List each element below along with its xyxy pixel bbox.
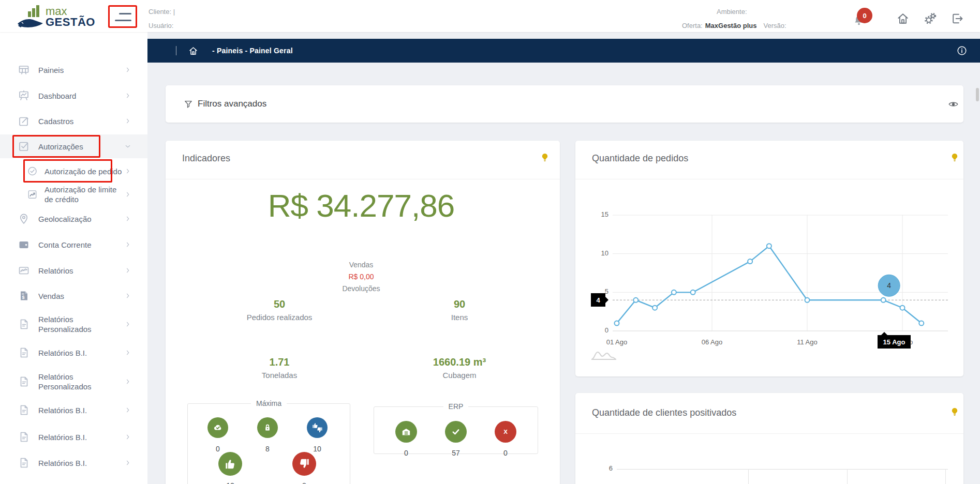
- sidebar-item-relatorios[interactable]: Relatórios: [0, 259, 147, 282]
- sidebar-item-label: Dashboard: [38, 91, 76, 101]
- series-line: [617, 246, 922, 323]
- data-point[interactable]: [805, 298, 810, 303]
- tooltip-value: 4: [887, 281, 891, 290]
- y-tick-label: 6: [586, 464, 613, 472]
- data-point[interactable]: [615, 321, 619, 326]
- gridline: [847, 469, 848, 484]
- info-icon[interactable]: [956, 45, 968, 56]
- thumbs-updown-icon[interactable]: [307, 417, 328, 438]
- sidebar-item-label: Conta Corrente: [38, 240, 92, 250]
- sidebar-item-relatorios-personalizados[interactable]: Relatórios Personalizados: [0, 370, 147, 394]
- data-point[interactable]: [652, 306, 657, 310]
- oferta-value: MaxGestão plus: [705, 22, 757, 29]
- total-sales-value: R$ 34.277,86: [185, 187, 537, 224]
- panel-title: Quantidade de clientes positivados: [592, 407, 736, 418]
- sidebar-item-relatorios-bi[interactable]: Relatórios B.I.: [0, 425, 147, 449]
- sidebar-item-geolocalizacao[interactable]: Geolocalização: [0, 207, 147, 231]
- notification-badge[interactable]: 0: [857, 8, 872, 23]
- sidebar-item-relatorios-bi[interactable]: Relatórios B.I.: [0, 398, 147, 422]
- x-mark-icon[interactable]: X: [495, 421, 516, 443]
- sidebar-item-relatorios-bi[interactable]: Relatórios B.I.: [0, 451, 147, 475]
- chevron-right-icon: [124, 191, 131, 198]
- devolucoes-label: Devoluções: [185, 284, 537, 293]
- breadcrumb-divider: [176, 46, 176, 55]
- sidebar-item-label: Geolocalização: [38, 214, 92, 224]
- ambiente-label: Ambiente:: [717, 8, 747, 16]
- thumb-up-icon[interactable]: [218, 452, 242, 476]
- hamburger-menu-icon[interactable]: [110, 7, 136, 26]
- data-point[interactable]: [633, 298, 638, 303]
- maxima-legend: Máxima: [251, 399, 287, 407]
- oferta-label: Oferta:: [682, 22, 703, 29]
- document-icon: [18, 431, 30, 443]
- sidebar-item-paineis[interactable]: Paineis: [0, 58, 147, 82]
- x-tick-label: 06 Ago: [691, 338, 733, 346]
- erp-group: ERP 0 57 X 0: [374, 402, 538, 454]
- warehouse-icon[interactable]: [395, 421, 417, 443]
- app-root: max GESTÃO Cliente: | Usuário: Ambiente:…: [0, 0, 980, 484]
- map-pin-icon: [18, 213, 30, 225]
- checkbox-icon: [18, 140, 30, 153]
- sidebar-item-cadastros[interactable]: Cadastros: [0, 109, 147, 133]
- logout-icon[interactable]: [950, 11, 964, 26]
- sidebar-item-relatorios-bi[interactable]: Relatórios B.I.: [0, 341, 147, 365]
- sidebar-item-autorizacao-limite-credito[interactable]: Autorização de limite de crédito: [0, 183, 147, 206]
- home-icon[interactable]: [896, 11, 910, 26]
- count-label: 0: [216, 445, 220, 453]
- sidebar-item-label: Relatórios Personalizados: [38, 372, 117, 391]
- data-point[interactable]: [672, 290, 676, 295]
- lock-icon[interactable]: [257, 417, 278, 438]
- sidebar-item-vendas[interactable]: $ Vendas: [0, 284, 147, 308]
- sidebar-item-label: Relatórios Personalizados: [38, 314, 117, 334]
- data-point[interactable]: [919, 321, 924, 326]
- sidebar-nav: Paineis Dashboard Cadastros Autorizações…: [0, 32, 147, 484]
- sidebar-item-label: Autorização de pedido: [44, 167, 122, 176]
- check-circle-icon: [27, 166, 38, 177]
- eye-icon[interactable]: [948, 99, 959, 110]
- stat-label: Toneladas: [217, 371, 341, 380]
- thumb-down-icon[interactable]: [292, 452, 316, 476]
- y-axis-tooltip: 4: [591, 293, 605, 307]
- filters-panel[interactable]: Filtros avançados: [166, 85, 963, 123]
- chevron-right-icon: [124, 349, 131, 356]
- sidebar-item-conta-corrente[interactable]: Conta Corrente: [0, 233, 147, 256]
- chevron-right-icon: [124, 92, 131, 99]
- sidebar-item-label: Relatórios B.I.: [38, 432, 87, 442]
- svg-text:$: $: [22, 295, 24, 300]
- chevron-right-icon: [124, 321, 131, 328]
- wallet-icon: [18, 238, 30, 251]
- vendas-label: Vendas: [185, 261, 537, 269]
- data-point[interactable]: [767, 244, 771, 248]
- stat-value: 50: [217, 298, 341, 310]
- document-icon: [18, 375, 30, 388]
- cliente-label: Cliente: |: [149, 8, 175, 16]
- sidebar-item-autorizacoes[interactable]: Autorizações: [0, 134, 147, 158]
- data-point[interactable]: [881, 298, 886, 303]
- stat-value: 1.71: [217, 356, 341, 368]
- check-icon[interactable]: [445, 421, 467, 443]
- document-icon: [18, 346, 30, 359]
- lightbulb-icon[interactable]: [539, 152, 551, 163]
- report-chart-icon: [18, 264, 30, 277]
- sidebar-item-autorizacao-de-pedido[interactable]: Autorização de pedido: [0, 159, 147, 183]
- count-label: 57: [452, 449, 460, 457]
- y-tick-label: 0: [582, 326, 608, 334]
- cloud-check-icon[interactable]: [207, 417, 228, 438]
- settings-gears-icon[interactable]: [923, 11, 938, 26]
- chart-navigator-sparkline-icon[interactable]: [590, 347, 619, 362]
- divider: [166, 179, 560, 179]
- breadcrumb-home-icon[interactable]: [188, 46, 199, 56]
- indicators-panel: Indicadores R$ 34.277,86 Vendas R$ 0,00 …: [166, 141, 560, 484]
- data-point[interactable]: [691, 290, 695, 295]
- pedidos-panel: Quantidade de pedidos 4 4 15 Ago 0510150…: [575, 141, 963, 376]
- chevron-right-icon: [124, 117, 131, 125]
- data-point[interactable]: [748, 259, 752, 264]
- data-point[interactable]: [900, 306, 905, 310]
- lightbulb-icon[interactable]: [949, 406, 960, 418]
- scrollbar-thumb[interactable]: [976, 88, 979, 101]
- stat-label: Pedidos realizados: [217, 313, 341, 322]
- sidebar-item-relatorios-personalizados[interactable]: Relatórios Personalizados: [0, 312, 147, 336]
- chevron-right-icon: [124, 433, 131, 441]
- count-label: 10: [313, 445, 321, 453]
- sidebar-item-dashboard[interactable]: Dashboard: [0, 84, 147, 108]
